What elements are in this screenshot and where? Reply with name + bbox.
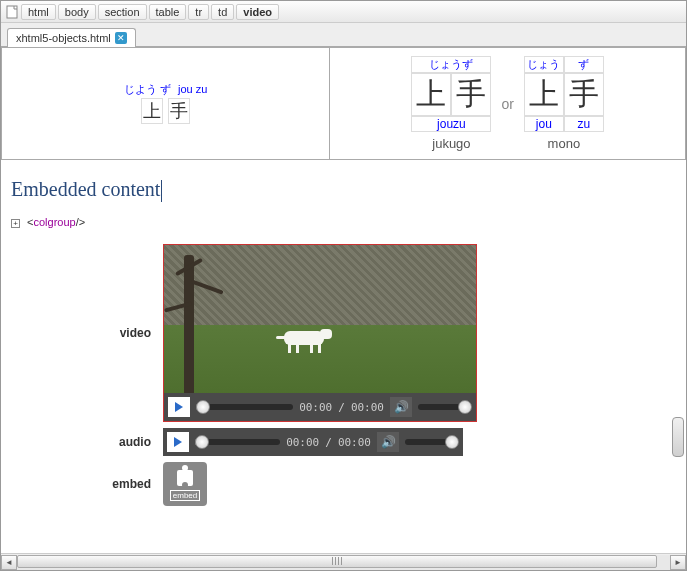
kanji-char: 手: [168, 98, 190, 124]
ruby-mode-label: mono: [520, 136, 608, 151]
tab-label: xhtml5-objects.html: [16, 32, 111, 44]
horizontal-scrollbar: ◄ ►: [1, 553, 686, 570]
tag-close: />: [76, 216, 85, 228]
ruby-block-jukugo: じょうず 上 手 jouzu: [411, 56, 491, 132]
volume-icon: 🔊: [381, 435, 396, 449]
time-duration: 00:00: [351, 401, 384, 414]
file-tab[interactable]: xhtml5-objects.html ✕: [7, 28, 136, 47]
audio-label: audio: [11, 435, 151, 449]
plugin-icon: [175, 468, 195, 488]
volume-button[interactable]: 🔊: [390, 397, 412, 417]
close-icon[interactable]: ✕: [115, 32, 127, 44]
editor-viewport[interactable]: じよう ず jou zu 上 手: [1, 47, 686, 553]
scroll-right-button[interactable]: ►: [670, 555, 686, 570]
svg-rect-0: [7, 6, 17, 18]
breadcrumb-item[interactable]: html: [21, 4, 56, 20]
volume-slider[interactable]: [405, 439, 459, 445]
tab-bar: xhtml5-objects.html ✕: [1, 23, 686, 47]
ruby-romaji: zu: [564, 116, 604, 132]
time-separator: /: [338, 401, 345, 414]
breadcrumb-item[interactable]: body: [58, 4, 96, 20]
seek-slider[interactable]: [196, 404, 293, 410]
video-label: video: [11, 326, 151, 340]
ruby-romaji: jou: [524, 116, 564, 132]
text-cursor: [161, 180, 162, 202]
expand-icon[interactable]: +: [11, 219, 20, 228]
scroll-track[interactable]: [17, 555, 670, 570]
embed-badge: embed: [170, 490, 200, 501]
document-icon: [5, 5, 19, 19]
ruby-romaji: jouzu: [411, 116, 491, 132]
breadcrumb-item[interactable]: section: [98, 4, 147, 20]
ruby-reading: じょうず: [411, 56, 491, 73]
kanji-char: 上: [411, 73, 451, 116]
ruby-reading: じよう ず: [124, 82, 171, 97]
time-current: 00:00: [286, 436, 319, 449]
embed-label: embed: [11, 477, 151, 491]
scroll-thumb[interactable]: [17, 555, 657, 568]
breadcrumb: html body section table tr td video: [1, 1, 686, 23]
breadcrumb-item[interactable]: table: [149, 4, 187, 20]
or-separator: or: [501, 96, 513, 112]
ruby-reading: ず: [564, 56, 604, 73]
breadcrumb-item[interactable]: td: [211, 4, 234, 20]
tag-name: colgroup: [34, 216, 76, 228]
breadcrumb-item-active[interactable]: video: [236, 4, 279, 20]
time-current: 00:00: [299, 401, 332, 414]
video-controls: 00:00 / 00:00 🔊: [164, 393, 476, 421]
audio-element[interactable]: 00:00 / 00:00 🔊: [163, 428, 463, 456]
play-button[interactable]: [168, 397, 190, 417]
ruby-reading: じょう: [524, 56, 564, 73]
ruby-cell-right: じょうず 上 手 jouzu jukugo or: [330, 48, 686, 160]
kanji-char: 上: [524, 73, 564, 116]
volume-slider[interactable]: [418, 404, 472, 410]
kanji-char: 手: [564, 73, 604, 116]
time-separator: /: [325, 436, 332, 449]
scroll-left-button[interactable]: ◄: [1, 555, 17, 570]
time-duration: 00:00: [338, 436, 371, 449]
volume-button[interactable]: 🔊: [377, 432, 399, 452]
editor-area: じよう ず jou zu 上 手: [1, 47, 686, 553]
play-icon: [175, 402, 183, 412]
colgroup-element: + <colgroup/>: [11, 216, 676, 228]
seek-slider[interactable]: [195, 439, 280, 445]
ruby-block-mono: じょう ず 上 手 jou: [524, 56, 604, 132]
app-window: html body section table tr td video xhtm…: [0, 0, 687, 571]
section-heading: Embedded content: [11, 178, 676, 202]
vertical-scrollbar-thumb[interactable]: [672, 417, 684, 457]
video-row: video: [11, 244, 676, 422]
ruby-cell-left: じよう ず jou zu 上 手: [2, 48, 330, 160]
kanji-char: 上: [141, 98, 163, 124]
breadcrumb-item[interactable]: tr: [188, 4, 209, 20]
ruby-romaji: jou zu: [178, 83, 207, 95]
video-element[interactable]: 00:00 / 00:00 🔊: [163, 244, 477, 422]
ruby-example-table: じよう ず jou zu 上 手: [1, 47, 686, 160]
ruby-mode-label: jukugo: [407, 136, 495, 151]
kanji-char: 手: [451, 73, 491, 116]
audio-row: audio 00:00 / 00:00 🔊: [11, 428, 676, 456]
play-button[interactable]: [167, 432, 189, 452]
embed-element[interactable]: embed: [163, 462, 207, 506]
embed-row: embed embed: [11, 462, 676, 506]
volume-icon: 🔊: [394, 400, 409, 414]
play-icon: [174, 437, 182, 447]
